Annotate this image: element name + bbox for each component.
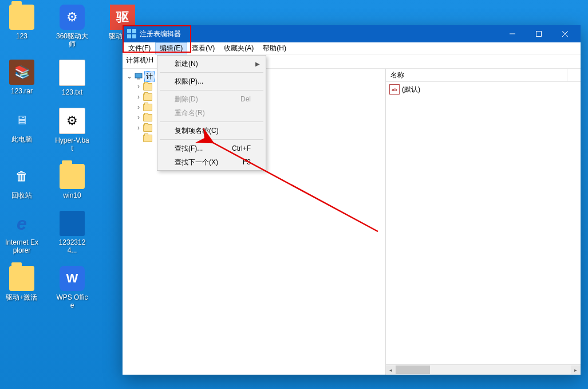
archive-icon: 📚 <box>9 60 34 85</box>
svg-rect-1 <box>135 73 142 78</box>
menu-item-new[interactable]: 新建(N) ▶ <box>159 57 265 70</box>
expand-icon[interactable]: › <box>135 114 142 121</box>
folder-icon <box>143 114 152 121</box>
menu-item-findnext[interactable]: 查找下一个(X) F3 <box>159 155 265 169</box>
desktop-icon-image[interactable]: 12323124... <box>55 211 89 254</box>
desktop-icon-driveractivate[interactable]: 驱动+激活 <box>5 266 39 309</box>
menu-shortcut: F3 <box>243 158 251 166</box>
expand-icon[interactable]: › <box>135 83 142 90</box>
menu-file[interactable]: 文件(F) <box>124 42 155 54</box>
folder-icon <box>9 5 34 30</box>
string-value-icon: ab <box>389 84 400 95</box>
menu-item-delete: 删除(D) Del <box>159 92 265 106</box>
recyclebin-icon: 🗑 <box>9 164 34 189</box>
menubar: 文件(F) 编辑(E) 查看(V) 收藏夹(A) 帮助(H) <box>123 42 581 54</box>
expand-icon[interactable]: › <box>135 124 142 131</box>
desktop-icon-hyperv[interactable]: ⚙ Hyper-V.bat <box>55 108 89 152</box>
desktop-icon-360driver[interactable]: ⚙ 360驱动大师 <box>55 5 89 48</box>
folder-icon <box>143 135 152 142</box>
menu-separator <box>160 90 263 91</box>
gear-icon: ⚙ <box>60 5 85 30</box>
menu-edit[interactable]: 编辑(E) <box>155 42 187 54</box>
collapse-icon[interactable]: ⌄ <box>126 73 133 80</box>
menu-view[interactable]: 查看(V) <box>187 42 219 54</box>
icon-label: 回收站 <box>11 191 32 199</box>
menu-shortcut: Ctrl+F <box>232 144 251 152</box>
folder-icon <box>143 83 152 91</box>
scroll-left-icon[interactable]: ◂ <box>386 366 396 374</box>
folder-icon <box>143 93 152 101</box>
expand-icon[interactable]: › <box>135 93 142 100</box>
menu-separator <box>160 139 263 140</box>
desktop-icon-thispc[interactable]: 🖥 此电脑 <box>5 108 39 152</box>
scroll-right-icon[interactable]: ▸ <box>571 366 581 374</box>
edit-menu-dropdown: 新建(N) ▶ 权限(P)... 删除(D) Del 重命名(R) 复制项名称(… <box>157 55 266 171</box>
desktop-icon-ie[interactable]: e Internet Explorer <box>5 211 39 254</box>
folder-icon <box>143 124 152 132</box>
icon-label: WPS Office <box>55 293 89 309</box>
desktop-icon-grid: 123 ⚙ 360驱动大师 驱 驱动精灵 📚 123.rar 123.txt <box>5 5 140 309</box>
icon-label: win10 <box>63 191 81 199</box>
textfile-icon <box>59 60 85 86</box>
icon-label: 驱动+激活 <box>6 293 37 301</box>
menu-label: 删除(D) <box>175 95 198 104</box>
batch-icon: ⚙ <box>59 108 85 134</box>
menu-favorites[interactable]: 收藏夹(A) <box>219 42 258 54</box>
scroll-thumb[interactable] <box>396 366 430 374</box>
menu-item-copykeyname[interactable]: 复制项名称(C) <box>159 124 265 137</box>
desktop-icon-recyclebin[interactable]: 🗑 回收站 <box>5 164 39 199</box>
menu-label: 重命名(R) <box>175 108 205 118</box>
close-button[interactable] <box>552 25 578 42</box>
list-row-default[interactable]: ab (默认) <box>389 84 577 95</box>
window-title: 注册表编辑器 <box>140 29 499 39</box>
maximize-button[interactable] <box>526 25 552 42</box>
icon-label: 360驱动大师 <box>55 32 89 48</box>
expand-icon[interactable]: › <box>135 104 142 111</box>
folder-icon <box>60 164 85 189</box>
menu-label: 查找(F)... <box>175 144 203 154</box>
list-header: 名称 <box>386 69 581 82</box>
desktop-icon-win10[interactable]: win10 <box>55 164 89 199</box>
menu-label: 复制项名称(C) <box>175 126 219 136</box>
desktop-icon-123txt[interactable]: 123.txt <box>55 60 89 96</box>
horizontal-scrollbar[interactable]: ◂ ▸ <box>386 364 581 375</box>
menu-help[interactable]: 帮助(H) <box>258 42 291 54</box>
icon-label: 123.rar <box>11 87 33 95</box>
pc-icon: 🖥 <box>9 108 34 133</box>
menu-shortcut: Del <box>240 95 251 103</box>
image-icon <box>60 211 85 236</box>
menu-separator <box>160 121 263 122</box>
menu-item-permissions[interactable]: 权限(P)... <box>159 74 265 88</box>
svg-rect-2 <box>137 78 140 80</box>
regedit-icon <box>127 29 136 38</box>
value-list-pane: 名称 ab (默认) ◂ ▸ <box>386 69 581 375</box>
desktop-icon-123rar[interactable]: 📚 123.rar <box>5 60 39 96</box>
minimize-button[interactable] <box>499 25 526 42</box>
svg-rect-0 <box>536 32 542 37</box>
icon-label: 123 <box>16 32 27 40</box>
expand-icon[interactable] <box>135 135 142 142</box>
menu-separator <box>160 72 263 73</box>
folder-icon <box>9 266 34 291</box>
menu-label: 查找下一个(X) <box>175 158 218 167</box>
menu-item-find[interactable]: 查找(F)... Ctrl+F <box>159 142 265 155</box>
ie-icon: e <box>9 211 34 236</box>
icon-label: Internet Explorer <box>5 238 39 254</box>
desktop-icon-wps[interactable]: W WPS Office <box>55 266 89 309</box>
list-body[interactable]: ab (默认) <box>386 82 581 364</box>
folder-icon <box>143 104 152 111</box>
submenu-arrow-icon: ▶ <box>255 61 260 67</box>
icon-label: 此电脑 <box>11 135 32 143</box>
column-header-name[interactable]: 名称 <box>386 69 567 82</box>
icon-label: Hyper-V.bat <box>55 136 89 152</box>
wps-icon: W <box>60 266 85 291</box>
tree-label: 计 <box>144 71 155 82</box>
computer-icon <box>134 72 143 81</box>
menu-label: 新建(N) <box>175 59 198 69</box>
desktop-icon-folder-123[interactable]: 123 <box>5 5 39 48</box>
menu-item-rename: 重命名(R) <box>159 106 265 120</box>
icon-label: 12323124... <box>55 238 89 254</box>
menu-label: 权限(P)... <box>175 77 203 87</box>
icon-label: 123.txt <box>62 88 82 96</box>
titlebar[interactable]: 注册表编辑器 <box>123 25 581 42</box>
